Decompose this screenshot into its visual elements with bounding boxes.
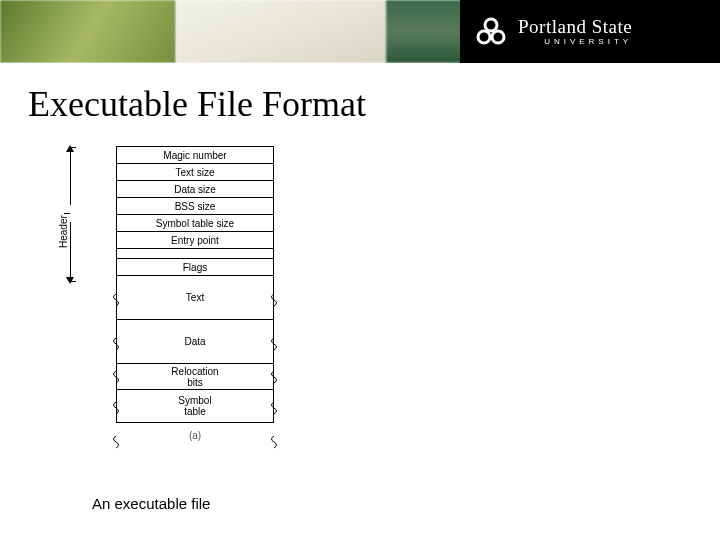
row-entry-point: Entry point [117, 232, 274, 249]
break-squiggle-icon [111, 294, 121, 308]
brand-logo: Portland State UNIVERSITY [474, 15, 632, 49]
logo-interlock-icon [474, 15, 508, 49]
row-symbol-table: Symboltable [117, 390, 274, 423]
brand-bar: Portland State UNIVERSITY [460, 0, 720, 63]
row-magic-number: Magic number [117, 147, 274, 164]
slide-title: Executable File Format [28, 83, 720, 125]
bracket-tick [64, 213, 70, 214]
row-symbol-table-size: Symbol table size [117, 215, 274, 232]
svg-point-1 [478, 31, 490, 43]
bracket-line [70, 147, 71, 205]
break-squiggle-icon [269, 402, 279, 416]
svg-point-2 [492, 31, 504, 43]
bracket-line [70, 222, 71, 282]
row-hatched [117, 249, 274, 259]
row-data-size: Data size [117, 181, 274, 198]
break-squiggle-icon [269, 371, 279, 385]
brand-name: Portland State [518, 17, 632, 36]
row-flags: Flags [117, 259, 274, 276]
row-text-size: Text size [117, 164, 274, 181]
file-layout-diagram: Magic number Text size Data size BSS siz… [72, 146, 332, 441]
break-squiggle-icon [111, 371, 121, 385]
header-band: Portland State UNIVERSITY [0, 0, 720, 63]
header-bracket-label: Header [58, 215, 69, 248]
row-bss-size: BSS size [117, 198, 274, 215]
break-squiggle-icon [111, 338, 121, 352]
break-squiggle-icon [269, 436, 279, 450]
break-squiggle-icon [269, 338, 279, 352]
break-squiggle-icon [111, 402, 121, 416]
figure-caption: An executable file [92, 495, 210, 512]
row-text: Text [117, 276, 274, 320]
break-squiggle-icon [111, 436, 121, 450]
file-layout-table: Magic number Text size Data size BSS siz… [116, 146, 274, 423]
brand-sub: UNIVERSITY [518, 38, 632, 46]
row-relocation-bits: Relocationbits [117, 364, 274, 390]
subfigure-label: (a) [116, 430, 274, 441]
svg-point-0 [485, 19, 497, 31]
break-squiggle-icon [269, 294, 279, 308]
row-data: Data [117, 320, 274, 364]
